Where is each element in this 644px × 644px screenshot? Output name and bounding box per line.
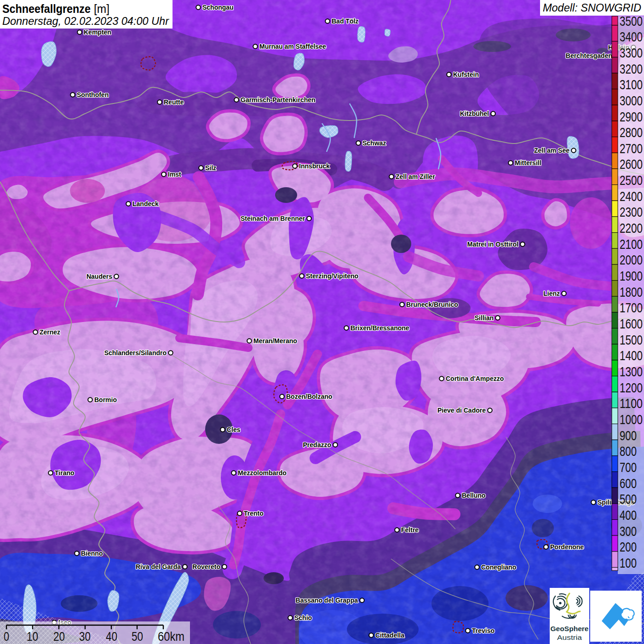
svg-text:400: 400	[620, 507, 637, 523]
svg-text:2400: 2400	[620, 189, 643, 204]
svg-text:20: 20	[53, 630, 65, 644]
svg-text:50: 50	[132, 630, 143, 644]
svg-text:700: 700	[620, 460, 637, 475]
svg-text:Innsbruck: Innsbruck	[299, 162, 330, 170]
svg-text:Silz: Silz	[205, 164, 216, 172]
svg-text:Trento: Trento	[244, 510, 264, 517]
svg-text:Imst: Imst	[168, 171, 181, 178]
svg-text:900: 900	[620, 428, 637, 443]
svg-text:2900: 2900	[620, 109, 643, 124]
svg-text:Sillian: Sillian	[475, 314, 494, 322]
svg-text:Bruneck/Brunico: Bruneck/Brunico	[406, 301, 458, 308]
svg-text:100: 100	[620, 555, 637, 570]
svg-text:Bozen/Bolzano: Bozen/Bolzano	[286, 393, 332, 400]
svg-text:Bad Tölz: Bad Tölz	[332, 17, 358, 25]
svg-text:Cortina d'Ampezzo: Cortina d'Ampezzo	[446, 375, 504, 382]
svg-text:2600: 2600	[620, 156, 643, 172]
svg-text:[m]: [m]	[94, 2, 109, 15]
svg-text:Schongau: Schongau	[202, 4, 234, 11]
svg-text:200: 200	[620, 539, 637, 554]
svg-text:Rovereto: Rovereto	[192, 563, 220, 570]
svg-text:1000: 1000	[620, 412, 643, 427]
svg-text:Landeck: Landeck	[132, 200, 159, 207]
svg-text:30: 30	[79, 630, 91, 644]
svg-text:Treviso: Treviso	[472, 627, 494, 634]
svg-text:1200: 1200	[620, 380, 643, 395]
svg-text:600: 600	[620, 476, 637, 491]
svg-text:1100: 1100	[620, 396, 643, 411]
svg-text:Berchtesgaden: Berchtesgaden	[566, 52, 612, 59]
svg-text:Predazzo: Predazzo	[303, 441, 331, 448]
svg-text:800: 800	[620, 443, 637, 459]
svg-text:Kufstein: Kufstein	[453, 71, 479, 78]
svg-text:Kitzbühel: Kitzbühel	[460, 110, 489, 117]
svg-text:3300: 3300	[620, 45, 643, 60]
svg-text:3400: 3400	[620, 29, 643, 44]
svg-text:Zell am See: Zell am See	[534, 147, 569, 154]
svg-text:1900: 1900	[620, 268, 643, 283]
svg-text:1400: 1400	[620, 348, 643, 363]
svg-text:2500: 2500	[620, 172, 643, 188]
svg-text:Nauders: Nauders	[86, 273, 112, 280]
svg-text:Bassano del Grappa: Bassano del Grappa	[296, 597, 358, 604]
svg-text:Sonthofen: Sonthofen	[77, 91, 109, 98]
svg-text:Mittersill: Mittersill	[515, 159, 541, 167]
svg-text:Sterzing/Vipiteno: Sterzing/Vipiteno	[306, 272, 358, 280]
svg-text:Pordenone: Pordenone	[550, 543, 584, 551]
svg-text:40: 40	[106, 630, 117, 644]
svg-text:2300: 2300	[620, 204, 643, 219]
svg-text:Austria: Austria	[557, 633, 582, 641]
svg-text:1600: 1600	[620, 316, 643, 331]
svg-text:500: 500	[620, 491, 637, 506]
svg-text:Conegliano: Conegliano	[481, 564, 516, 571]
svg-text:60km: 60km	[158, 630, 184, 644]
svg-text:Belluno: Belluno	[462, 492, 485, 499]
svg-text:Steinach am Brenner: Steinach am Brenner	[241, 215, 305, 222]
svg-text:3000: 3000	[620, 93, 643, 108]
svg-text:Pieve di Cadore: Pieve di Cadore	[437, 407, 486, 414]
svg-text:Cittadella: Cittadella	[375, 632, 404, 639]
svg-text:Bormio: Bormio	[94, 396, 117, 403]
svg-text:Matrei in Osttirol: Matrei in Osttirol	[467, 241, 518, 248]
svg-text:Schneefallgrenze: Schneefallgrenze	[2, 2, 91, 15]
svg-text:2800: 2800	[620, 125, 643, 140]
svg-text:2700: 2700	[620, 141, 643, 156]
svg-text:Kempten: Kempten	[84, 29, 111, 36]
svg-text:Tirano: Tirano	[55, 469, 75, 477]
svg-text:Murnau am Staffelsee: Murnau am Staffelsee	[259, 43, 326, 50]
svg-text:Garmisch-Partenkirchen: Garmisch-Partenkirchen	[241, 96, 316, 104]
svg-text:0: 0	[4, 630, 9, 644]
svg-text:10: 10	[27, 630, 38, 644]
svg-text:GeoSphere: GeoSphere	[551, 625, 589, 632]
svg-text:3100: 3100	[620, 77, 643, 92]
svg-text:3200: 3200	[620, 61, 643, 76]
svg-text:Schlanders/Silandro: Schlanders/Silandro	[104, 349, 167, 356]
svg-text:Donnerstag, 02.02.2023 04:00 U: Donnerstag, 02.02.2023 04:00 Uhr	[2, 15, 169, 27]
svg-text:Riva del Garda: Riva del Garda	[136, 563, 181, 570]
svg-text:Schio: Schio	[294, 614, 312, 621]
svg-text:1500: 1500	[620, 332, 643, 347]
svg-text:Brixen/Bressanone: Brixen/Bressanone	[351, 324, 409, 332]
svg-text:Meran/Merano: Meran/Merano	[253, 337, 297, 345]
svg-text:Zell am Ziller: Zell am Ziller	[396, 173, 435, 180]
svg-text:1300: 1300	[620, 364, 643, 379]
svg-text:Feltre: Feltre	[401, 526, 419, 534]
svg-text:Zernez: Zernez	[40, 328, 60, 336]
svg-text:Mezzolombardo: Mezzolombardo	[238, 469, 287, 477]
svg-text:Schwaz: Schwaz	[362, 139, 386, 147]
svg-text:2100: 2100	[620, 236, 643, 252]
svg-text:Modell: SNOWGRID: Modell: SNOWGRID	[543, 1, 641, 14]
svg-text:2000: 2000	[620, 252, 643, 267]
svg-text:300: 300	[620, 523, 637, 539]
svg-text:Bienno: Bienno	[81, 550, 103, 557]
svg-text:Cles: Cles	[227, 426, 241, 433]
svg-text:Lienz: Lienz	[543, 290, 560, 297]
svg-text:1800: 1800	[620, 284, 643, 299]
svg-text:1700: 1700	[620, 300, 643, 315]
svg-text:2200: 2200	[620, 220, 643, 236]
svg-text:Reutte: Reutte	[164, 98, 184, 106]
